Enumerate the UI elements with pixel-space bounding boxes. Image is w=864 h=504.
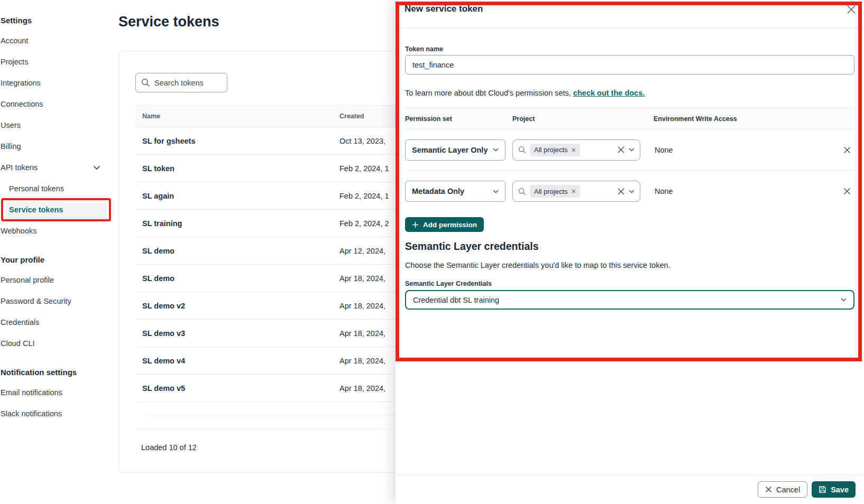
semantic-layer-credentials-select[interactable]: Credential dbt SL training (405, 290, 854, 310)
chevron-down-icon (493, 190, 499, 193)
sidebar-item-connections[interactable]: Connections (1, 94, 116, 115)
semantic-layer-credentials-description: Choose the Semantic Layer credentials yo… (405, 261, 854, 269)
search-tokens-box (135, 73, 227, 92)
sidebar-item-users[interactable]: Users (1, 115, 116, 136)
permissions-header-row: Permission set Project Environment Write… (405, 108, 854, 129)
plus-icon (412, 221, 419, 228)
semantic-layer-credentials-heading: Semantic Layer credentials (405, 240, 854, 253)
save-disk-icon (819, 486, 826, 493)
sidebar-item-cloud-cli[interactable]: Cloud CLI (1, 333, 116, 354)
sidebar-item-integrations[interactable]: Integrations (1, 72, 116, 94)
project-chip[interactable]: All projects (530, 185, 580, 198)
sidebar-item-projects[interactable]: Projects (1, 51, 116, 72)
sidebar-heading-notification-settings: Notification settings (1, 368, 116, 377)
chip-remove-icon[interactable] (572, 189, 576, 193)
project-multiselect[interactable]: All projects (512, 181, 640, 202)
sidebar-item-billing[interactable]: Billing (1, 136, 116, 157)
sidebar-item-service-tokens[interactable]: Service tokens (5, 200, 107, 219)
chevron-down-icon[interactable] (629, 148, 635, 152)
semantic-layer-credentials-label: Semantic Layer Credentials (405, 280, 854, 287)
token-name-label: Token name (405, 45, 854, 53)
cancel-button[interactable]: Cancel (758, 481, 807, 498)
project-multiselect[interactable]: All projects (512, 139, 640, 161)
chevron-down-icon (493, 148, 499, 152)
column-header-permission-set: Permission set (405, 115, 512, 123)
search-icon (141, 78, 150, 87)
drawer-footer: Cancel Save (396, 474, 864, 504)
sidebar-item-password-security[interactable]: Password & Security (1, 291, 116, 312)
chevron-down-icon (841, 298, 847, 302)
chip-remove-icon[interactable] (572, 148, 576, 152)
settings-sidebar: Settings Account Projects Integrations C… (0, 0, 116, 504)
chevron-down-icon (93, 165, 100, 170)
column-header-environment-write-access: Environment Write Access (654, 115, 840, 123)
save-button[interactable]: Save (812, 481, 856, 498)
docs-link[interactable]: check out the docs. (573, 89, 645, 97)
new-service-token-drawer: New service token Token name To learn mo… (396, 0, 864, 504)
close-icon (765, 486, 772, 493)
close-icon[interactable] (845, 4, 857, 15)
remove-permission-icon[interactable] (840, 187, 854, 195)
permission-row: Semantic Layer Only All projects None (405, 129, 854, 171)
environment-write-access-value: None (654, 146, 840, 154)
sidebar-item-credentials[interactable]: Credentials (1, 312, 116, 333)
chevron-down-icon[interactable] (629, 190, 635, 193)
column-header-name: Name (136, 113, 339, 120)
remove-permission-icon[interactable] (840, 146, 854, 154)
sidebar-item-personal-profile[interactable]: Personal profile (1, 269, 116, 291)
clear-selection-icon[interactable] (617, 146, 625, 154)
search-input[interactable] (154, 79, 218, 87)
sidebar-heading-your-profile: Your profile (1, 255, 116, 264)
page-title: Service tokens (118, 14, 219, 30)
permission-set-select[interactable]: Semantic Layer Only (405, 139, 505, 161)
permission-row: Metadata Only All projects None (405, 171, 854, 212)
add-permission-button[interactable]: Add permission (405, 217, 484, 232)
project-chip[interactable]: All projects (530, 144, 580, 156)
search-icon (518, 188, 526, 195)
clear-selection-icon[interactable] (617, 188, 625, 195)
search-icon (518, 146, 526, 154)
environment-write-access-value: None (654, 187, 840, 195)
sidebar-item-email-notifications[interactable]: Email notifications (1, 382, 116, 403)
drawer-header: New service token (396, 0, 864, 28)
sidebar-item-service-tokens-wrap: Service tokens (5, 200, 107, 219)
sidebar-heading-settings: Settings (1, 16, 116, 25)
sidebar-item-slack-notifications[interactable]: Slack notifications (1, 403, 116, 424)
drawer-title: New service token (405, 4, 483, 14)
drawer-body: Token name To learn more about dbt Cloud… (396, 45, 864, 310)
sidebar-item-webhooks[interactable]: Webhooks (1, 220, 116, 241)
permission-docs-text: To learn more about dbt Cloud's permissi… (405, 89, 854, 97)
permission-set-select[interactable]: Metadata Only (405, 181, 505, 202)
sidebar-item-account[interactable]: Account (1, 30, 116, 51)
column-header-project: Project (512, 115, 654, 123)
sidebar-item-api-tokens[interactable]: API tokens (1, 157, 116, 178)
sidebar-item-personal-tokens[interactable]: Personal tokens (9, 178, 116, 199)
token-name-input[interactable] (405, 55, 854, 74)
